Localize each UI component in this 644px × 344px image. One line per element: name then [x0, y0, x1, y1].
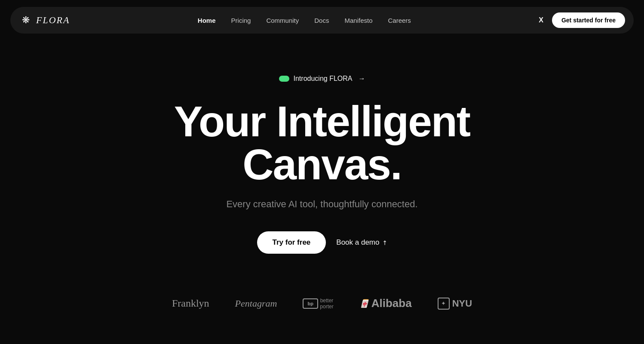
book-demo-text: Book a demo: [336, 238, 379, 247]
nav-link-careers[interactable]: Careers: [388, 17, 411, 24]
hero-section: Introducing FLORA → Your Intelligent Can…: [0, 40, 644, 344]
navbar-actions: X Get started for free: [539, 12, 625, 28]
nyu-text: NYU: [452, 298, 472, 309]
alibaba-script-icon: 🀄: [359, 299, 369, 308]
nav-link-pricing[interactable]: Pricing: [231, 17, 251, 24]
navbar-logo-area: ❋ FLORA: [19, 13, 70, 27]
logo-pentagram: Pentagram: [235, 298, 277, 309]
green-dot-icon: [279, 76, 289, 82]
badge-arrow-icon: →: [358, 75, 365, 83]
nav-link-manifesto[interactable]: Manifesto: [344, 17, 372, 24]
logo-bp: bp betterporter: [303, 298, 333, 310]
logos-section: Franklyn Pentagram bp betterporter 🀄 Ali…: [155, 288, 489, 319]
nav-link-home[interactable]: Home: [198, 17, 216, 24]
try-free-button[interactable]: Try for free: [257, 231, 326, 254]
flora-snowflake-icon: ❋: [22, 15, 30, 26]
get-started-button[interactable]: Get started for free: [552, 12, 625, 28]
logo-nyu: ✦ NYU: [438, 298, 472, 310]
logo-text: FLORA: [36, 15, 70, 26]
logo-icon: ❋: [19, 13, 33, 27]
x-social-icon[interactable]: X: [539, 16, 543, 24]
bp-box-icon: bp: [303, 298, 318, 309]
navbar-nav-links: Home Pricing Community Docs Manifesto Ca…: [198, 17, 411, 24]
navbar: ❋ FLORA Home Pricing Community Docs Mani…: [10, 7, 634, 34]
introducing-badge[interactable]: Introducing FLORA →: [279, 75, 365, 83]
book-demo-arrow-icon: ↗: [380, 238, 389, 247]
bp-subtitle: betterporter: [320, 298, 333, 310]
alibaba-text: Alibaba: [371, 297, 412, 310]
introducing-text: Introducing FLORA: [294, 75, 353, 83]
logo-franklyn: Franklyn: [172, 298, 209, 309]
nav-link-docs[interactable]: Docs: [314, 17, 329, 24]
logo-alibaba: 🀄 Alibaba: [359, 297, 412, 310]
book-demo-link[interactable]: Book a demo ↗: [336, 238, 387, 247]
hero-subtitle: Every creative AI tool, thoughtfully con…: [226, 199, 417, 210]
hero-title: Your Intelligent Canvas.: [129, 100, 515, 186]
nav-link-community[interactable]: Community: [266, 17, 299, 24]
nyu-box-icon: ✦: [438, 298, 450, 310]
hero-buttons: Try for free Book a demo ↗: [257, 231, 387, 254]
